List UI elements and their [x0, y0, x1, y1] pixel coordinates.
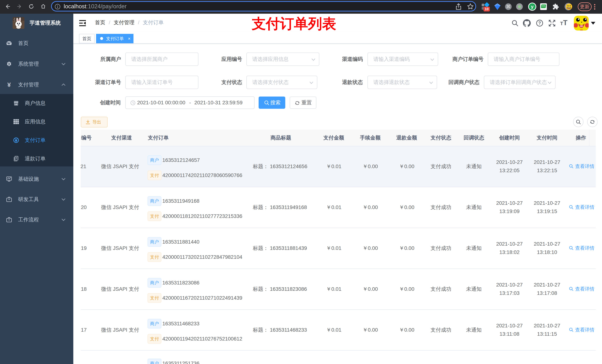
svg-text:?: ? [538, 21, 541, 26]
